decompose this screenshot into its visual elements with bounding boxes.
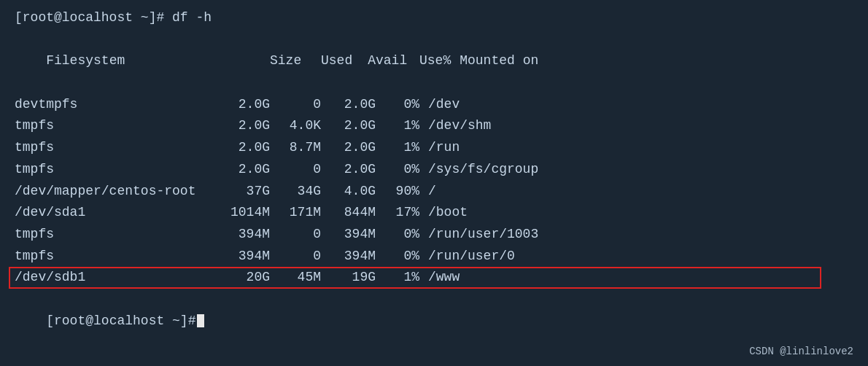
- col-filesystem: tmpfs: [15, 246, 204, 268]
- col-size: 37G: [204, 181, 270, 203]
- col-mounted: /sys/fs/cgroup: [419, 159, 538, 181]
- table-row: tmpfs394M0394M0%/run/user/1003: [15, 224, 853, 246]
- col-avail: 394M: [321, 246, 376, 268]
- df-rows: devtmpfs2.0G02.0G0%/devtmpfs2.0G4.0K2.0G…: [15, 94, 853, 289]
- col-mounted: /: [419, 181, 436, 203]
- col-avail: 2.0G: [321, 159, 376, 181]
- table-row: devtmpfs2.0G02.0G0%/dev: [15, 94, 853, 116]
- col-avail: 394M: [321, 224, 376, 246]
- col-avail: 2.0G: [321, 94, 376, 116]
- col-mounted: /run: [419, 137, 460, 159]
- col-usepct: 1%: [376, 137, 419, 159]
- col-filesystem: devtmpfs: [15, 94, 204, 116]
- col-header-mounted: Mounted on: [451, 50, 538, 72]
- col-avail: 2.0G: [321, 137, 376, 159]
- col-size: 2.0G: [204, 137, 270, 159]
- col-size: 394M: [204, 246, 270, 268]
- col-header-avail: Avail: [352, 50, 407, 72]
- col-size: 20G: [204, 267, 270, 289]
- table-row: tmpfs2.0G02.0G0%/sys/fs/cgroup: [15, 159, 853, 181]
- table-row: tmpfs2.0G8.7M2.0G1%/run: [15, 137, 853, 159]
- col-usepct: 0%: [376, 246, 419, 268]
- col-header-used: Used: [301, 50, 352, 72]
- col-header-filesystem: Filesystem: [46, 50, 236, 72]
- col-size: 2.0G: [204, 94, 270, 116]
- col-header-usepct: Use%: [407, 50, 451, 72]
- col-used: 0: [270, 224, 321, 246]
- table-row: /dev/mapper/centos-root37G34G4.0G90%/: [15, 181, 853, 203]
- col-size: 2.0G: [204, 115, 270, 137]
- terminal-window: [root@localhost ~]# df -h FilesystemSize…: [0, 0, 868, 361]
- col-size: 394M: [204, 224, 270, 246]
- col-avail: 844M: [321, 202, 376, 224]
- col-usepct: 0%: [376, 94, 419, 116]
- table-row: /dev/sda11014M171M844M17%/boot: [15, 202, 853, 224]
- col-mounted: /www: [419, 267, 460, 289]
- command-line: [root@localhost ~]# df -h: [15, 7, 853, 29]
- col-used: 0: [270, 159, 321, 181]
- col-avail: 4.0G: [321, 181, 376, 203]
- col-used: 171M: [270, 202, 321, 224]
- col-usepct: 1%: [376, 267, 419, 289]
- col-used: 8.7M: [270, 137, 321, 159]
- table-row: /dev/sdb120G45M19G1%/www: [15, 267, 853, 289]
- col-size: 1014M: [204, 202, 270, 224]
- col-mounted: /dev/shm: [419, 115, 491, 137]
- col-usepct: 1%: [376, 115, 419, 137]
- col-mounted: /run/user/1003: [419, 224, 538, 246]
- col-filesystem: /dev/sdb1: [15, 267, 204, 289]
- col-header-size: Size: [236, 50, 301, 72]
- col-filesystem: tmpfs: [15, 115, 204, 137]
- col-avail: 19G: [321, 267, 376, 289]
- prompt-final: [root@localhost ~]#: [15, 289, 853, 354]
- df-header: FilesystemSizeUsedAvailUse%Mounted on: [15, 29, 853, 94]
- col-used: 45M: [270, 267, 321, 289]
- col-filesystem: /dev/sda1: [15, 202, 204, 224]
- col-used: 0: [270, 246, 321, 268]
- col-mounted: /dev: [419, 94, 460, 116]
- col-usepct: 0%: [376, 159, 419, 181]
- table-row: tmpfs394M0394M0%/run/user/0: [15, 246, 853, 268]
- col-filesystem: /dev/mapper/centos-root: [15, 181, 204, 203]
- watermark: CSDN @linlinlove2: [749, 346, 853, 357]
- col-size: 2.0G: [204, 159, 270, 181]
- col-used: 4.0K: [270, 115, 321, 137]
- col-usepct: 0%: [376, 224, 419, 246]
- col-mounted: /boot: [419, 202, 468, 224]
- col-mounted: /run/user/0: [419, 246, 515, 268]
- terminal-cursor: [197, 314, 204, 327]
- col-filesystem: tmpfs: [15, 224, 204, 246]
- col-used: 0: [270, 94, 321, 116]
- col-filesystem: tmpfs: [15, 159, 204, 181]
- col-avail: 2.0G: [321, 115, 376, 137]
- table-row: tmpfs2.0G4.0K2.0G1%/dev/shm: [15, 115, 853, 137]
- col-filesystem: tmpfs: [15, 137, 204, 159]
- col-used: 34G: [270, 181, 321, 203]
- col-usepct: 90%: [376, 181, 419, 203]
- col-usepct: 17%: [376, 202, 419, 224]
